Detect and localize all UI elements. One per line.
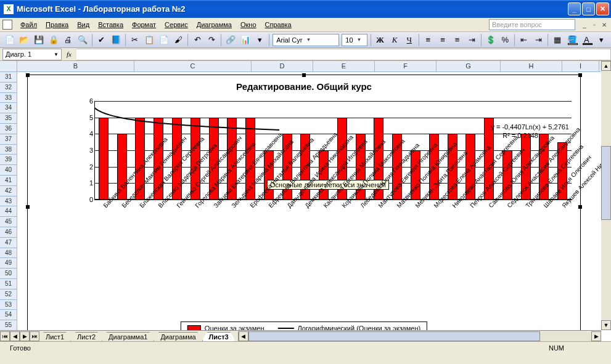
increase-indent-button[interactable]: ⇥ (532, 33, 546, 47)
italic-button[interactable]: К (388, 33, 401, 47)
chart-title[interactable]: Редактирование. Общий курс (28, 75, 580, 95)
mdi-close-button[interactable]: ✕ (600, 20, 609, 29)
chart-resize-handle[interactable] (26, 73, 30, 77)
chart-resize-handle[interactable] (26, 205, 30, 209)
mdi-restore-button[interactable]: ▫ (590, 20, 599, 29)
chart-resize-handle[interactable] (302, 73, 306, 77)
menu-help[interactable]: Справка (261, 20, 296, 30)
fx-label[interactable]: fx (67, 51, 72, 58)
vscroll-up-button[interactable]: ▲ (601, 61, 611, 71)
menu-chart[interactable]: Диаграмма (192, 20, 236, 30)
toolbar-more-button[interactable]: ▾ (594, 33, 608, 47)
sheet-tab[interactable]: Диаграмма (154, 332, 202, 341)
row-header[interactable]: 54 (0, 310, 17, 320)
vscroll-thumb[interactable] (601, 146, 611, 220)
row-header[interactable]: 48 (0, 248, 17, 259)
save-button[interactable]: 💾 (32, 33, 46, 47)
spelling-button[interactable]: ✔ (95, 33, 109, 47)
column-header[interactable]: F (375, 61, 437, 71)
help-question-box[interactable]: Введите вопрос (489, 19, 575, 30)
hscroll-right-button[interactable]: ▶ (591, 331, 601, 341)
open-button[interactable]: 📂 (18, 33, 31, 47)
row-header[interactable]: 34 (0, 103, 17, 113)
decrease-indent-button[interactable]: ⇤ (517, 33, 531, 47)
font-size-combo[interactable]: 10▼ (342, 34, 367, 46)
row-header[interactable]: 45 (0, 217, 17, 227)
sheet-tab[interactable]: Диаграмма1 (102, 332, 154, 341)
format-painter-button[interactable]: 🖌 (172, 33, 186, 47)
row-header[interactable]: 47 (0, 238, 17, 248)
row-header[interactable]: 33 (0, 93, 17, 103)
column-header[interactable]: G (437, 61, 501, 71)
menu-window[interactable]: Окно (236, 20, 261, 30)
mdi-minimize-button[interactable]: _ (580, 20, 589, 29)
column-header[interactable]: I (562, 61, 599, 71)
column-header[interactable]: E (313, 61, 375, 71)
sheet-tab[interactable]: Лист3 (202, 332, 236, 341)
chart-resize-handle[interactable] (578, 205, 582, 209)
row-header[interactable]: 42 (0, 186, 17, 196)
chart-resize-handle[interactable] (578, 73, 582, 77)
hscroll-left-button[interactable]: ◀ (239, 331, 248, 341)
font-name-combo[interactable]: Arial Cyr▼ (273, 34, 339, 46)
row-header[interactable]: 52 (0, 289, 17, 300)
row-header[interactable]: 39 (0, 155, 17, 165)
select-all-corner[interactable] (0, 61, 17, 72)
window-maximize-button[interactable]: □ (582, 2, 595, 15)
menu-tools[interactable]: Сервис (160, 20, 192, 30)
align-left-button[interactable]: ≡ (422, 33, 435, 47)
row-header[interactable]: 43 (0, 196, 17, 207)
align-right-button[interactable]: ≡ (451, 33, 464, 47)
row-header[interactable]: 31 (0, 72, 17, 83)
column-header[interactable]: B (17, 61, 134, 71)
chart-category-labels[interactable]: Бабкина Валентина АлексеевнаБеседелин Ма… (94, 203, 572, 315)
font-color-button[interactable]: A (580, 33, 594, 47)
redo-button[interactable]: ↷ (205, 33, 219, 47)
window-close-button[interactable]: ✕ (596, 2, 609, 15)
merge-center-button[interactable]: ⇥ (465, 33, 478, 47)
sheet-tab[interactable]: Лист2 (70, 332, 102, 341)
menu-edit[interactable]: Правка (41, 20, 73, 30)
row-header[interactable]: 55 (0, 320, 17, 331)
horizontal-scrollbar[interactable]: ◀ ▶ (238, 331, 601, 341)
tab-nav-next[interactable]: ▶ (20, 331, 30, 341)
chart-wizard-button[interactable]: 📊 (239, 33, 252, 47)
borders-button[interactable]: ▦ (551, 33, 564, 47)
row-header[interactable]: 46 (0, 227, 17, 238)
chart-y-axis[interactable]: 0123456 (83, 101, 93, 200)
vscroll-down-button[interactable]: ▼ (601, 320, 611, 330)
currency-button[interactable]: 💲 (484, 33, 498, 47)
permission-button[interactable]: 🔒 (47, 33, 60, 47)
row-header[interactable]: 44 (0, 206, 17, 217)
menu-insert[interactable]: Вставка (94, 20, 128, 30)
tab-nav-first[interactable]: ⏮ (0, 331, 10, 341)
tab-nav-last[interactable]: ⏭ (30, 331, 39, 341)
row-header[interactable]: 50 (0, 269, 17, 279)
menu-file[interactable]: Файл (16, 20, 41, 30)
menu-format[interactable]: Формат (128, 20, 160, 30)
column-header[interactable]: C (134, 61, 252, 71)
undo-button[interactable]: ↶ (191, 33, 204, 47)
row-header[interactable]: 36 (0, 124, 17, 134)
row-header[interactable]: 32 (0, 83, 17, 93)
row-header[interactable]: 38 (0, 145, 17, 155)
window-minimize-button[interactable]: _ (568, 2, 581, 15)
hscroll-thumb[interactable] (248, 331, 540, 341)
worksheet-grid[interactable]: Редактирование. Общий курс 0123456 y = -… (17, 72, 611, 341)
bold-button[interactable]: Ж (374, 33, 387, 47)
copy-button[interactable]: 📋 (142, 33, 156, 47)
vertical-scrollbar[interactable]: ▲ ▼ (601, 61, 611, 330)
research-button[interactable]: 📘 (109, 33, 123, 47)
print-preview-button[interactable]: 🔍 (76, 33, 89, 47)
paste-button[interactable]: 📄 (157, 33, 171, 47)
row-header[interactable]: 35 (0, 113, 17, 124)
column-header[interactable]: D (252, 61, 313, 71)
new-button[interactable]: 📄 (3, 33, 17, 47)
formula-input[interactable] (76, 49, 611, 60)
row-header[interactable]: 49 (0, 258, 17, 269)
embedded-chart[interactable]: Редактирование. Общий курс 0123456 y = -… (27, 75, 581, 339)
row-header[interactable]: 41 (0, 176, 17, 186)
toolbar-options-button[interactable]: ▾ (253, 33, 267, 47)
tab-nav-prev[interactable]: ◀ (10, 331, 20, 341)
print-button[interactable]: 🖨 (61, 33, 75, 47)
